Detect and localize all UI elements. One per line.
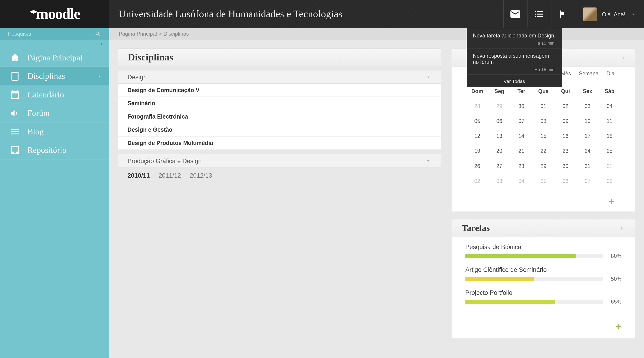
- task-percent: 50%: [608, 276, 622, 282]
- notification-item[interactable]: Nova tarefa adicionada em Design.Há 15 m…: [467, 28, 562, 48]
- calendar-view-tab[interactable]: Dia: [606, 70, 614, 77]
- calendar-day[interactable]: 21: [510, 144, 532, 159]
- app-header: moodle Universidade Lusófona de Humanida…: [0, 0, 644, 28]
- calendar-day[interactable]: 23: [554, 144, 576, 159]
- tasks-title: Tarefas: [462, 223, 490, 233]
- breadcrumb-home[interactable]: Página Principal: [119, 31, 157, 37]
- calendar-day[interactable]: 02: [554, 99, 576, 114]
- calendar-day[interactable]: 11: [598, 114, 620, 129]
- calendar-day[interactable]: 16: [554, 129, 576, 144]
- calendar-day[interactable]: 18: [598, 129, 620, 144]
- calendar-day[interactable]: 06: [488, 114, 510, 129]
- year-tab[interactable]: 2012/13: [190, 172, 212, 179]
- calendar-day[interactable]: 29: [532, 159, 554, 173]
- notifications-view-all[interactable]: Ver Todas: [467, 75, 562, 87]
- progress-bar: [465, 300, 603, 304]
- calendar-day[interactable]: 05: [532, 174, 554, 189]
- calendar-day[interactable]: 10: [576, 114, 599, 129]
- list-icon[interactable]: [527, 0, 551, 28]
- year-tab[interactable]: 2010/11: [128, 172, 150, 179]
- calendar-day[interactable]: 24: [576, 144, 599, 159]
- course-item[interactable]: Design e Gestão: [118, 123, 441, 137]
- calendar-add-button[interactable]: +: [452, 194, 635, 212]
- calendar-day[interactable]: 03: [488, 174, 510, 189]
- calendar-day[interactable]: 12: [466, 129, 488, 144]
- sidebar-item-blog[interactable]: Blog: [0, 122, 109, 141]
- sidebar-item-disciplinas[interactable]: Disciplinas: [0, 67, 109, 86]
- calendar-day[interactable]: 04: [510, 174, 532, 189]
- calendar-day[interactable]: 25: [598, 144, 620, 159]
- calendar-day[interactable]: 08: [532, 114, 554, 129]
- course-item[interactable]: Fotografia Electrónica: [118, 110, 441, 123]
- logo[interactable]: moodle: [0, 0, 109, 28]
- calendar-day[interactable]: 01: [532, 99, 554, 114]
- flag-icon[interactable]: [550, 0, 574, 28]
- calendar-day[interactable]: 07: [510, 114, 532, 129]
- search-row: [0, 28, 109, 40]
- search-icon[interactable]: [95, 31, 101, 37]
- calendar-day[interactable]: 29: [488, 99, 510, 114]
- calendar-day[interactable]: 20: [488, 144, 510, 159]
- calendar-day[interactable]: 05: [466, 114, 488, 129]
- calendar-day[interactable]: 07: [576, 174, 599, 189]
- sidebar-item-label: Repositório: [27, 145, 66, 155]
- notification-item[interactable]: Nova resposta à sua mensagem no fórumHá …: [467, 48, 562, 75]
- user-menu[interactable]: Olá, Ana!: [574, 0, 644, 28]
- sidebar-item-form[interactable]: Forúm: [0, 104, 109, 123]
- task-name: Pesquisa de Biónica: [465, 243, 622, 251]
- task-percent: 65%: [608, 299, 622, 305]
- calendar-day[interactable]: 14: [510, 129, 532, 144]
- calendar-day[interactable]: 26: [466, 159, 488, 173]
- chevron-down-icon: [425, 74, 432, 80]
- course-item[interactable]: Seminário: [118, 97, 441, 110]
- calendar-day[interactable]: 28: [466, 99, 488, 114]
- calendar-view-tab[interactable]: Mês: [561, 70, 571, 77]
- calendar-day[interactable]: 08: [598, 174, 620, 189]
- tasks-add-button[interactable]: +: [452, 318, 635, 339]
- year-tab[interactable]: 2011/12: [159, 172, 181, 179]
- group-name: Produção Gráfica e Design: [128, 157, 202, 164]
- sidebar-item-pginaprincipal[interactable]: Página Principal: [0, 48, 109, 67]
- calendar-day[interactable]: 31: [576, 159, 599, 173]
- task-item[interactable]: Pesquisa de Biónica80%: [465, 243, 622, 259]
- group-header[interactable]: Design: [118, 70, 441, 84]
- home-icon: [10, 52, 20, 63]
- sidebar-collapse[interactable]: [0, 40, 109, 48]
- calendar-day[interactable]: 01: [598, 159, 620, 173]
- calendar-day[interactable]: 22: [532, 144, 554, 159]
- search-input[interactable]: [8, 31, 95, 37]
- calendar-day[interactable]: 17: [576, 129, 599, 144]
- sidebar-item-calendrio[interactable]: Calendário: [0, 85, 109, 104]
- calendar-day[interactable]: 19: [466, 144, 488, 159]
- calendar-day[interactable]: 04: [598, 99, 620, 114]
- calendar-day[interactable]: 13: [488, 129, 510, 144]
- tasks-expand-icon[interactable]: [619, 225, 625, 231]
- calendar-day[interactable]: 02: [466, 174, 488, 189]
- chevron-down-icon: [96, 73, 102, 79]
- task-item[interactable]: Projecto Portfolio65%: [465, 289, 622, 305]
- calendar-day[interactable]: 27: [488, 159, 510, 173]
- task-name: Artigo Ciêntifico de Seminário: [465, 266, 622, 273]
- calendar-day[interactable]: 30: [554, 159, 576, 173]
- mail-icon[interactable]: [503, 0, 527, 28]
- chevron-left-icon: [98, 41, 104, 47]
- year-tabs: 2010/112011/122012/13: [118, 168, 441, 183]
- calendar-day[interactable]: 15: [532, 129, 554, 144]
- task-item[interactable]: Artigo Ciêntifico de Seminário50%: [465, 266, 622, 282]
- course-item[interactable]: Design de Comunicação V: [118, 84, 441, 97]
- calendar-day[interactable]: 03: [576, 99, 599, 114]
- calendar-day[interactable]: 06: [554, 174, 576, 189]
- sidebar-item-repositrio[interactable]: Repositório: [0, 141, 109, 160]
- calendar-day[interactable]: 28: [510, 159, 532, 173]
- progress-bar: [465, 277, 603, 281]
- tasks-panel: Tarefas Pesquisa de Biónica80%Artigo Ciê…: [452, 219, 635, 339]
- calendar-day[interactable]: 30: [510, 99, 532, 114]
- sidebar: Página PrincipalDisciplinasCalendárioFor…: [0, 28, 109, 358]
- calendar-day[interactable]: 09: [554, 114, 576, 129]
- breadcrumb-current: Disciplinas: [164, 31, 189, 37]
- greeting: Olá, Ana!: [602, 11, 626, 17]
- group-header[interactable]: Produção Gráfica e Design: [118, 154, 441, 168]
- course-item[interactable]: Design de Produtos Multimédia: [118, 137, 441, 150]
- calendar-view-tab[interactable]: Semana: [579, 70, 599, 77]
- calendar-expand-icon[interactable]: [620, 54, 627, 61]
